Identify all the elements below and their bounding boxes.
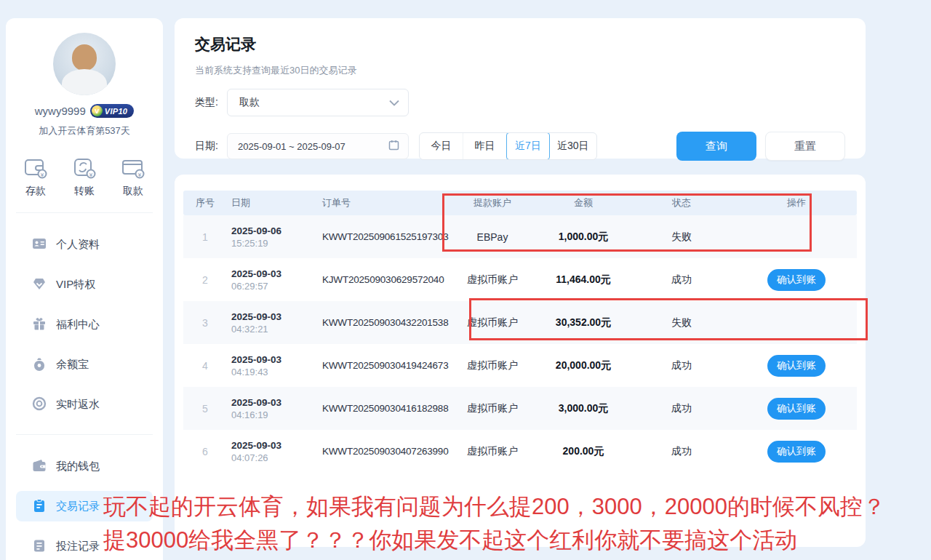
sidebar-item-wallet[interactable]: 我的钱包 bbox=[16, 451, 153, 481]
welfare-icon bbox=[32, 316, 47, 333]
annotation-complaint-text: 玩不起的开云体育，如果我有问题为什么提200，3000，20000的时候不风控？… bbox=[103, 490, 918, 557]
confirm-arrival-button[interactable]: 确认到账 bbox=[767, 355, 826, 377]
vip-icon bbox=[32, 276, 47, 293]
vip-gem-icon: V bbox=[92, 105, 103, 116]
vip-badge: V VIP10 bbox=[90, 104, 134, 118]
wallet-icon bbox=[32, 458, 47, 475]
col-date: 日期 bbox=[227, 196, 318, 209]
rebate-icon bbox=[32, 396, 47, 413]
profile-icon bbox=[32, 236, 47, 253]
range-today-button[interactable]: 今日 bbox=[420, 133, 463, 159]
sidebar-menu: 个人资料 VIP特权 福利中心 余额宝 实时返水 bbox=[6, 213, 163, 420]
svg-text:¥: ¥ bbox=[40, 172, 44, 178]
table-row: 3 2025-09-0304:32:21 KWWT202509030432201… bbox=[183, 301, 857, 344]
status-badge: 成功 bbox=[627, 402, 736, 415]
sidebar-item-yuebao[interactable]: 余额宝 bbox=[16, 349, 153, 380]
quick-actions: ¥ 存款 ¥ 转账 ¥ 取款 bbox=[6, 156, 163, 198]
status-badge: 失败 bbox=[627, 231, 736, 244]
svg-text:¥: ¥ bbox=[137, 172, 142, 178]
status-badge: 成功 bbox=[627, 359, 736, 372]
betting-icon bbox=[32, 538, 47, 555]
sidebar-item-rebate[interactable]: 实时返水 bbox=[16, 389, 153, 420]
sidebar-item-welfare[interactable]: 福利中心 bbox=[16, 309, 153, 340]
range-yesterday-button[interactable]: 昨日 bbox=[463, 133, 507, 159]
username: wywy9999 bbox=[35, 105, 86, 117]
range-last30days-button[interactable]: 近30日 bbox=[550, 133, 596, 159]
avatar[interactable] bbox=[53, 33, 116, 95]
yuebao-icon bbox=[32, 356, 47, 373]
table-row: 1 2025-09-0615:25:19 KWWT202509061525197… bbox=[183, 215, 857, 258]
status-badge: 成功 bbox=[627, 445, 736, 458]
col-order: 订单号 bbox=[318, 196, 445, 209]
range-last7days-button[interactable]: 近7日 bbox=[506, 132, 550, 160]
sidebar: wywy9999 V VIP10 加入开云体育第537天 ¥ 存款 ¥ bbox=[6, 18, 163, 560]
sidebar-item-vip[interactable]: VIP特权 bbox=[16, 269, 153, 300]
confirm-arrival-button[interactable]: 确认到账 bbox=[767, 269, 826, 291]
date-range-value: 2025-09-01 ~ 2025-09-07 bbox=[238, 141, 345, 152]
col-account: 提款账户 bbox=[445, 196, 540, 209]
transfer-icon: ¥ bbox=[72, 156, 97, 180]
filter-panel: 交易记录 当前系统支持查询最近30日的交易记录 类型: 取款 日期: 2025-… bbox=[175, 18, 866, 159]
withdraw-icon: ¥ bbox=[121, 156, 145, 180]
avatar-photo bbox=[72, 44, 97, 71]
date-range-presets: 今日 昨日 近7日 近30日 bbox=[419, 132, 597, 160]
status-badge: 失败 bbox=[627, 316, 736, 329]
calendar-icon bbox=[388, 140, 399, 153]
col-action: 操作 bbox=[736, 196, 857, 209]
col-amount: 金额 bbox=[540, 196, 627, 209]
reset-button[interactable]: 重置 bbox=[765, 132, 845, 161]
deposit-button[interactable]: ¥ 存款 bbox=[23, 156, 48, 198]
deposit-icon: ¥ bbox=[23, 156, 48, 180]
sidebar-item-profile[interactable]: 个人资料 bbox=[16, 229, 153, 260]
complaint-line-2: 提30000给我全黑了？？？你如果发不起这个红利你就不要搞这个活动 bbox=[103, 524, 918, 557]
confirm-arrival-button[interactable]: 确认到账 bbox=[767, 398, 826, 420]
date-label: 日期: bbox=[195, 140, 227, 153]
col-index: 序号 bbox=[183, 196, 227, 209]
withdraw-button[interactable]: ¥ 取款 bbox=[121, 156, 145, 198]
table-header-row: 序号 日期 订单号 提款账户 金额 状态 操作 bbox=[183, 191, 857, 215]
chevron-down-icon bbox=[389, 97, 399, 108]
status-badge: 成功 bbox=[627, 273, 736, 287]
table-row: 5 2025-09-0304:16:19 KWWT202509030416182… bbox=[183, 387, 857, 430]
table-row: 4 2025-09-0304:19:43 KWWT202509030419424… bbox=[183, 344, 857, 387]
complaint-line-1: 玩不起的开云体育，如果我有问题为什么提200，3000，20000的时候不风控？ bbox=[103, 490, 918, 524]
confirm-arrival-button[interactable]: 确认到账 bbox=[767, 441, 826, 463]
page-title: 交易记录 bbox=[195, 34, 845, 55]
col-status: 状态 bbox=[627, 196, 736, 209]
type-label: 类型: bbox=[195, 96, 227, 109]
page-subtitle: 当前系统支持查询最近30日的交易记录 bbox=[195, 64, 845, 77]
table-row: 6 2025-09-0304:07:26 KWWT202509030407263… bbox=[183, 430, 857, 473]
transfer-button[interactable]: ¥ 转账 bbox=[72, 156, 97, 198]
type-select-value: 取款 bbox=[239, 96, 260, 109]
type-select[interactable]: 取款 bbox=[227, 89, 409, 116]
transactions-icon bbox=[32, 498, 47, 515]
svg-text:¥: ¥ bbox=[89, 172, 93, 178]
table-row: 2 2025-09-0306:29:57 KJWT202509030629572… bbox=[183, 258, 857, 301]
date-range-input[interactable]: 2025-09-01 ~ 2025-09-07 bbox=[227, 133, 409, 159]
query-button[interactable]: 查询 bbox=[676, 132, 756, 161]
join-days-text: 加入开云体育第537天 bbox=[6, 124, 163, 137]
